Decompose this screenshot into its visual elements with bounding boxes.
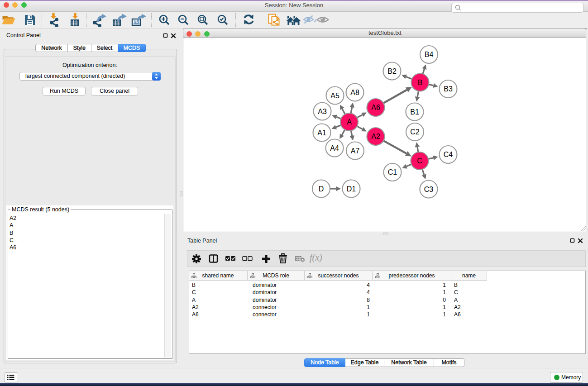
svg-text:A2: A2 xyxy=(371,133,380,140)
svg-text:A7: A7 xyxy=(351,147,360,155)
svg-text:A8: A8 xyxy=(350,89,359,96)
svg-text:B3: B3 xyxy=(444,85,453,93)
svg-text:C: C xyxy=(417,157,422,165)
svg-text:A1: A1 xyxy=(317,129,326,137)
svg-text:A5: A5 xyxy=(330,92,339,100)
svg-text:A: A xyxy=(347,118,352,126)
svg-text:A4: A4 xyxy=(330,144,339,152)
svg-text:C3: C3 xyxy=(424,186,434,193)
svg-text:C4: C4 xyxy=(444,151,453,158)
svg-text:A6: A6 xyxy=(371,104,380,111)
svg-text:D1: D1 xyxy=(347,185,356,193)
svg-text:B2: B2 xyxy=(387,67,397,75)
svg-text:B4: B4 xyxy=(425,51,434,58)
svg-text:C2: C2 xyxy=(410,128,420,136)
svg-text:C1: C1 xyxy=(388,168,397,176)
svg-text:B: B xyxy=(418,79,423,86)
svg-text:D: D xyxy=(319,185,324,193)
svg-text:A3: A3 xyxy=(318,108,327,115)
svg-text:B1: B1 xyxy=(410,108,419,116)
